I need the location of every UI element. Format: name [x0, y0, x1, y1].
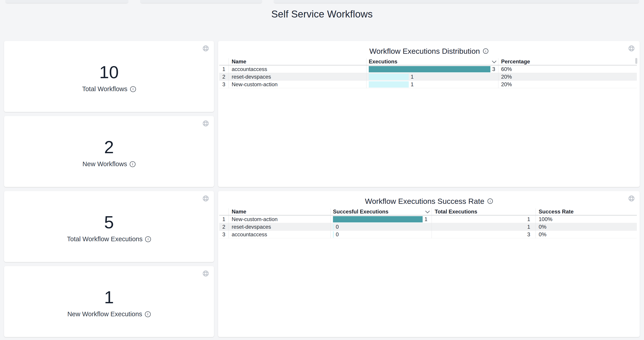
successful-executions-value: 0 — [336, 224, 338, 230]
workflow-name: accountaccess — [228, 231, 330, 238]
table-row: 2 reset-devspaces 0 1 0% — [219, 223, 637, 231]
total-executions-value: 1 — [432, 216, 536, 223]
executions-bar-cell: 1 — [366, 81, 498, 88]
executions-value: 1 — [410, 81, 414, 88]
executions-bar-cell: 3 — [366, 65, 498, 73]
stat-value: 1 — [4, 266, 214, 306]
stat-label: New Workflow Executions — [67, 310, 142, 318]
table-row: 1 New-custom-action 1 1 100% — [219, 216, 637, 223]
info-icon[interactable] — [488, 199, 493, 204]
workflow-name: reset-devspaces — [228, 223, 330, 231]
card-title: Workflow Executions Distribution — [370, 47, 480, 56]
workflow-name: New-custom-action — [228, 81, 366, 88]
percentage-value: 20% — [498, 73, 637, 80]
globe-icon — [202, 120, 209, 127]
info-icon[interactable] — [130, 86, 136, 92]
row-index: 2 — [219, 73, 228, 80]
globe-icon — [202, 195, 209, 202]
stat-value: 10 — [4, 41, 214, 81]
page-title: Self Service Workflows — [0, 9, 644, 20]
info-icon[interactable] — [145, 236, 151, 242]
executions-bar-cell: 1 — [366, 73, 498, 80]
stat-card-total-workflow-executions: 5 Total Workflow Executions — [4, 191, 214, 262]
executions-value: 3 — [492, 66, 495, 72]
column-header-successful-executions[interactable]: Succesful Executions — [330, 208, 432, 215]
globe-icon — [202, 270, 209, 277]
success-rate-value: 0% — [536, 223, 637, 231]
row-index: 3 — [219, 81, 228, 88]
stat-card-new-workflows: 2 New Workflows — [4, 116, 214, 187]
success-rate-table: Name Succesful Executions Total Executio… — [219, 208, 637, 238]
table-card-column: Workflow Executions Distribution Name Ex… — [218, 41, 640, 337]
row-index: 1 — [219, 216, 228, 223]
table-row: 3 New-custom-action 1 20% — [219, 81, 637, 88]
successful-executions-bar-cell: 0 — [330, 231, 432, 238]
globe-icon — [202, 45, 209, 52]
executions-value: 1 — [410, 74, 414, 80]
cutoff-card-strip — [274, 0, 639, 3]
stat-label: Total Workflow Executions — [67, 235, 143, 243]
stat-card-column: 10 Total Workflows 2 New Workflows 5 Tot… — [4, 41, 214, 337]
table-row: 3 accountaccess 0 3 0% — [219, 231, 637, 238]
executions-bar — [369, 66, 490, 72]
row-index: 2 — [219, 223, 228, 231]
dashboard-page: Self Service Workflows 10 Total Workflow… — [0, 0, 644, 340]
column-header-executions[interactable]: Executions — [366, 58, 498, 65]
workflow-executions-success-rate-card: Workflow Executions Success Rate Name Su… — [218, 191, 640, 337]
stat-card-total-workflows: 10 Total Workflows — [4, 41, 214, 112]
column-header-percentage[interactable]: Percentage — [498, 58, 637, 65]
workflow-name: accountaccess — [228, 65, 366, 73]
table-header-row: Name Executions Percentage — [219, 58, 637, 65]
table-header-row: Name Succesful Executions Total Executio… — [219, 208, 637, 216]
successful-executions-value: 0 — [336, 231, 338, 238]
globe-icon — [628, 45, 635, 52]
distribution-table: Name Executions Percentage 1 accountacce… — [219, 58, 637, 88]
column-header-total-executions[interactable]: Total Executions — [432, 208, 536, 215]
card-title: Workflow Executions Success Rate — [365, 197, 484, 206]
successful-executions-bar — [333, 216, 422, 222]
sort-chevron-down-icon[interactable] — [425, 209, 430, 213]
successful-executions-value: 1 — [424, 216, 427, 222]
scrollbar-thumb[interactable] — [635, 58, 637, 64]
cutoff-card-strip — [140, 0, 262, 3]
workflow-name: reset-devspaces — [228, 73, 366, 80]
executions-bar — [369, 81, 409, 88]
successful-executions-bar — [333, 231, 334, 238]
column-header-name[interactable]: Name — [228, 58, 366, 65]
stat-value: 2 — [4, 116, 214, 156]
table-row: 2 reset-devspaces 1 20% — [219, 73, 637, 81]
success-rate-value: 0% — [536, 231, 637, 238]
percentage-value: 20% — [498, 81, 637, 88]
row-index: 1 — [219, 65, 228, 73]
workflow-name: New-custom-action — [228, 216, 330, 223]
stat-card-new-workflow-executions: 1 New Workflow Executions — [4, 266, 214, 337]
success-rate-value: 100% — [536, 216, 637, 223]
info-icon[interactable] — [145, 311, 151, 317]
successful-executions-bar-cell: 1 — [330, 216, 432, 223]
info-icon[interactable] — [130, 161, 136, 167]
executions-bar — [369, 74, 409, 80]
column-header-name[interactable]: Name — [228, 208, 330, 215]
column-header-success-rate[interactable]: Success Rate — [536, 208, 637, 215]
sort-chevron-down-icon[interactable] — [492, 59, 496, 63]
stat-label: Total Workflows — [82, 85, 128, 93]
row-index: 3 — [219, 231, 228, 238]
table-row: 1 accountaccess 3 60% — [219, 65, 637, 73]
total-executions-value: 3 — [432, 231, 536, 238]
workflow-executions-distribution-card: Workflow Executions Distribution Name Ex… — [218, 41, 640, 187]
total-executions-value: 1 — [432, 223, 536, 231]
stat-value: 5 — [4, 191, 214, 231]
globe-icon — [628, 195, 635, 202]
successful-executions-bar — [333, 224, 334, 230]
cutoff-card-strip — [5, 0, 128, 3]
successful-executions-bar-cell: 0 — [330, 223, 432, 231]
stat-label: New Workflows — [82, 160, 127, 168]
percentage-value: 60% — [498, 65, 637, 73]
info-icon[interactable] — [483, 48, 488, 54]
